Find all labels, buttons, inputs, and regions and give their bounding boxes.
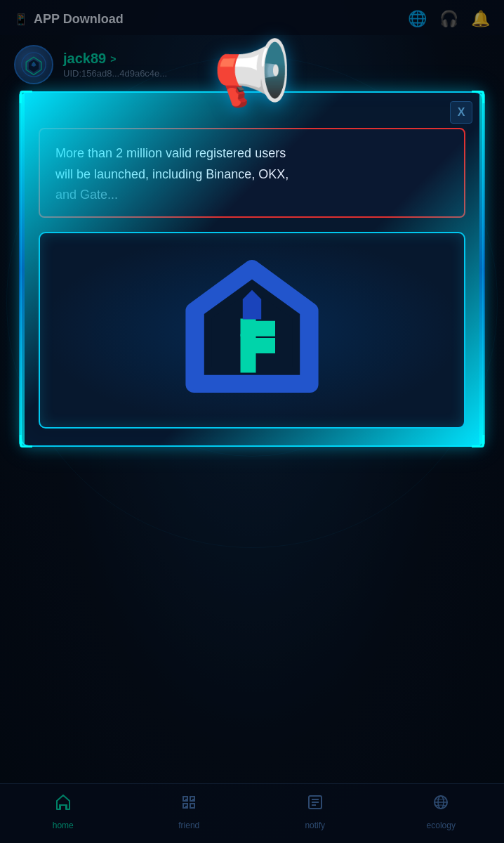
corner-bl (20, 435, 32, 447)
modal-overlay: 📢 X More than 2 million valid registered… (0, 0, 504, 843)
message-line-2: will be launched, including Binance, OKX… (55, 164, 449, 185)
side-glow-right (479, 93, 485, 445)
megaphone-wrapper: 📢 (213, 37, 291, 110)
message-box: More than 2 million valid registered use… (39, 128, 465, 218)
side-glow-left (19, 93, 25, 445)
corner-tr (472, 91, 484, 103)
modal-card: 📢 X More than 2 million valid registered… (20, 91, 484, 447)
corner-br (472, 435, 484, 447)
megaphone-icon: 📢 (213, 37, 291, 110)
modal-close-button[interactable]: X (450, 101, 472, 124)
message-line-1: More than 2 million valid registered use… (55, 143, 449, 164)
message-partial: and Gate... (55, 188, 449, 202)
close-label: X (458, 106, 465, 119)
logo-area (39, 232, 465, 429)
brand-logo-svg (175, 253, 329, 407)
corner-tl (20, 91, 32, 103)
